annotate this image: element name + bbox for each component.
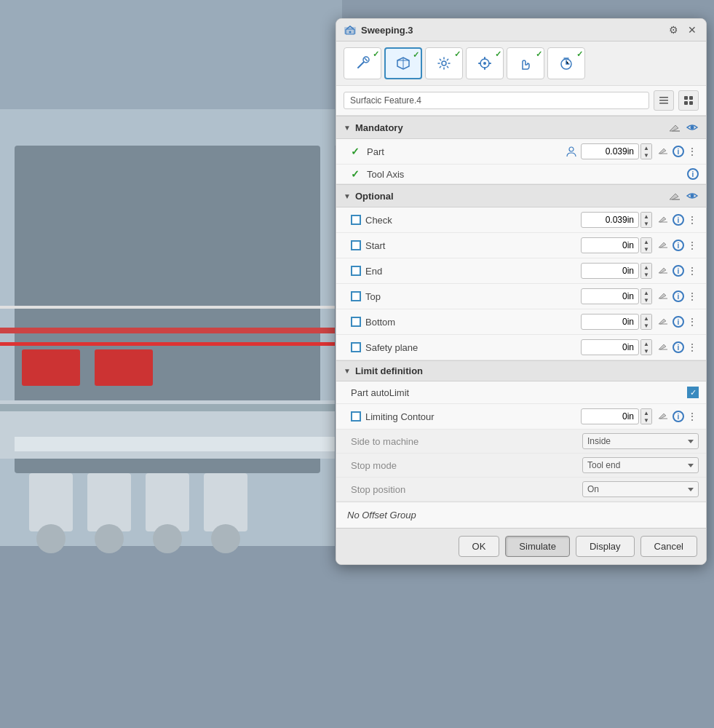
safetyplane-info-btn[interactable]: i bbox=[673, 341, 684, 353]
safetyplane-eraser-icon bbox=[657, 342, 667, 352]
top-more-btn[interactable]: ⋮ bbox=[686, 288, 699, 305]
svg-rect-8 bbox=[15, 437, 335, 451]
toolbar-button-1[interactable]: ✓ bbox=[344, 47, 381, 79]
bottom-spinner-up[interactable]: ▲ bbox=[641, 314, 651, 322]
toolbar-check-2: ✓ bbox=[413, 50, 419, 60]
ok-button[interactable]: OK bbox=[459, 536, 500, 557]
top-spinner-up[interactable]: ▲ bbox=[641, 289, 651, 296]
part-more-btn[interactable]: ⋮ bbox=[686, 143, 699, 160]
optional-collapse-arrow[interactable]: ▼ bbox=[344, 192, 351, 200]
top-spinner-down[interactable]: ▼ bbox=[641, 296, 651, 304]
check-info-btn[interactable]: i bbox=[673, 214, 684, 226]
top-spinner[interactable]: ▲ ▼ bbox=[640, 288, 652, 304]
autolimit-row: Part autoLimit ✓ bbox=[336, 381, 706, 404]
optional-eye-icon[interactable] bbox=[686, 189, 699, 202]
bottom-checkbox[interactable] bbox=[351, 317, 361, 327]
bottom-more-btn[interactable]: ⋮ bbox=[686, 313, 699, 331]
settings-button[interactable]: ⚙ bbox=[667, 23, 680, 36]
start-value-input[interactable] bbox=[581, 237, 639, 253]
svg-rect-37 bbox=[689, 96, 693, 100]
toolbar-button-3[interactable]: ✓ bbox=[425, 47, 463, 79]
bottom-spinner[interactable]: ▲ ▼ bbox=[640, 314, 652, 330]
limiting-contour-spinner-down[interactable]: ▼ bbox=[641, 416, 651, 424]
safetyplane-spinner-down[interactable]: ▼ bbox=[641, 347, 651, 355]
limit-collapse-arrow[interactable]: ▼ bbox=[344, 367, 351, 375]
start-spinner-up[interactable]: ▲ bbox=[641, 238, 651, 245]
check-spinner-up[interactable]: ▲ bbox=[641, 213, 651, 220]
limiting-contour-value-input[interactable] bbox=[581, 408, 639, 424]
safetyplane-eraser-btn[interactable] bbox=[654, 339, 671, 356]
mandatory-eraser-icon[interactable] bbox=[667, 121, 680, 134]
optional-bottom-row: Bottom ▲ ▼ i ⋮ bbox=[336, 309, 706, 335]
check-more-btn[interactable]: ⋮ bbox=[686, 211, 699, 229]
mandatory-collapse-arrow[interactable]: ▼ bbox=[344, 124, 351, 132]
check-spinner-down[interactable]: ▼ bbox=[641, 220, 651, 227]
bottom-spinner-down[interactable]: ▼ bbox=[641, 322, 651, 329]
close-button[interactable]: ✕ bbox=[686, 23, 699, 36]
start-spinner[interactable]: ▲ ▼ bbox=[640, 237, 652, 253]
end-more-btn[interactable]: ⋮ bbox=[686, 262, 699, 280]
part-spinner-up[interactable]: ▲ bbox=[641, 144, 651, 151]
start-info-btn[interactable]: i bbox=[673, 240, 684, 251]
limiting-contour-checkbox[interactable] bbox=[351, 411, 361, 422]
start-eraser-btn[interactable] bbox=[654, 237, 671, 254]
end-info-btn[interactable]: i bbox=[673, 265, 684, 277]
cancel-button[interactable]: Cancel bbox=[640, 536, 697, 557]
side-to-machine-select[interactable]: Inside Outside bbox=[582, 433, 699, 449]
top-value-input[interactable] bbox=[581, 288, 639, 304]
start-more-btn[interactable]: ⋮ bbox=[686, 237, 699, 254]
bottom-eraser-btn[interactable] bbox=[654, 313, 671, 331]
bottom-info-btn[interactable]: i bbox=[673, 316, 684, 328]
toolaxis-info-btn[interactable]: i bbox=[687, 168, 699, 180]
top-eraser-btn[interactable] bbox=[654, 288, 671, 305]
toolbar-button-4[interactable]: ✓ bbox=[466, 47, 504, 79]
limiting-contour-spinner-up[interactable]: ▲ bbox=[641, 409, 651, 416]
feature-icon-btn-1[interactable] bbox=[654, 90, 674, 111]
optional-eraser-icon[interactable] bbox=[667, 189, 680, 202]
check-value-input[interactable] bbox=[581, 212, 639, 228]
limiting-contour-spinner[interactable]: ▲ ▼ bbox=[640, 408, 652, 424]
toolbar-button-6[interactable]: ✓ bbox=[547, 47, 585, 79]
end-spinner-up[interactable]: ▲ bbox=[641, 264, 651, 271]
part-value-input[interactable] bbox=[581, 143, 639, 159]
start-spinner-down[interactable]: ▼ bbox=[641, 245, 651, 253]
stop-position-select[interactable]: On Before After bbox=[582, 481, 699, 497]
bottom-value-input[interactable] bbox=[581, 314, 639, 330]
part-eraser-btn[interactable] bbox=[654, 143, 671, 160]
display-button[interactable]: Display bbox=[576, 536, 635, 557]
feature-icon-btn-2[interactable] bbox=[678, 90, 699, 111]
autolimit-checkbox[interactable]: ✓ bbox=[687, 387, 699, 398]
safetyplane-spinner[interactable]: ▲ ▼ bbox=[640, 339, 652, 355]
limiting-contour-eraser-btn[interactable] bbox=[654, 408, 671, 425]
end-spinner[interactable]: ▲ ▼ bbox=[640, 263, 652, 279]
top-checkbox[interactable] bbox=[351, 291, 361, 301]
safetyplane-spinner-up[interactable]: ▲ bbox=[641, 340, 651, 347]
safetyplane-value-input[interactable] bbox=[581, 339, 639, 355]
mandatory-eye-icon[interactable] bbox=[686, 121, 699, 134]
stop-mode-select[interactable]: Tool end Tool center Tool start bbox=[582, 457, 699, 473]
check-eraser-btn[interactable] bbox=[654, 211, 671, 229]
limiting-contour-info-btn[interactable]: i bbox=[673, 411, 684, 422]
part-spinner[interactable]: ▲ ▼ bbox=[640, 143, 652, 159]
toolbar-button-5[interactable]: ✓ bbox=[507, 47, 544, 79]
end-spinner-down[interactable]: ▼ bbox=[641, 271, 651, 278]
start-checkbox[interactable] bbox=[351, 240, 361, 250]
toolbar-button-2[interactable]: ✓ bbox=[384, 47, 422, 79]
part-spinner-down[interactable]: ▼ bbox=[641, 151, 651, 159]
top-info-btn[interactable]: i bbox=[673, 290, 684, 302]
toolbar-check-3: ✓ bbox=[454, 50, 461, 59]
safetyplane-checkbox[interactable] bbox=[351, 342, 361, 352]
end-checkbox[interactable] bbox=[351, 266, 361, 276]
part-info-btn[interactable]: i bbox=[673, 146, 684, 157]
safetyplane-more-btn[interactable]: ⋮ bbox=[686, 339, 699, 356]
limiting-contour-more-btn[interactable]: ⋮ bbox=[686, 408, 699, 425]
simulate-button[interactable]: Simulate bbox=[505, 536, 570, 557]
end-value-input[interactable] bbox=[581, 263, 639, 279]
end-eraser-btn[interactable] bbox=[654, 262, 671, 280]
check-checkbox[interactable] bbox=[351, 215, 361, 225]
check-spinner[interactable]: ▲ ▼ bbox=[640, 212, 652, 228]
check-label: Check bbox=[365, 215, 576, 226]
svg-point-16 bbox=[211, 524, 240, 553]
end-label: End bbox=[365, 266, 576, 277]
feature-input[interactable] bbox=[344, 92, 649, 109]
